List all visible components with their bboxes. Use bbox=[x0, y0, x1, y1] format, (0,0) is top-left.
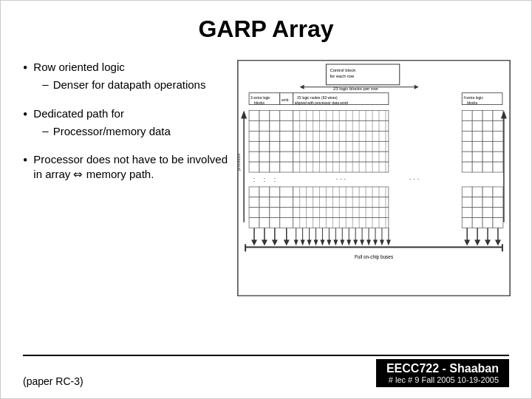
svg-rect-23 bbox=[293, 111, 389, 121]
paper-reference: (paper RC-3) bbox=[23, 375, 83, 387]
svg-text:Control block: Control block bbox=[330, 68, 355, 72]
svg-text:aligned with processor data wo: aligned with processor data word bbox=[295, 101, 349, 105]
svg-rect-22 bbox=[280, 111, 293, 121]
svg-rect-84 bbox=[462, 131, 472, 141]
svg-rect-87 bbox=[493, 131, 503, 141]
svg-rect-207 bbox=[493, 197, 503, 208]
sub-bullet-list-1: – Denser for datapath operations bbox=[42, 78, 205, 92]
sub-dash-2a: – bbox=[42, 124, 48, 137]
svg-rect-132 bbox=[482, 151, 493, 162]
svg-rect-231 bbox=[249, 218, 259, 228]
slide-footer: (paper RC-3) EECC722 - Shaaban # lec # 9… bbox=[23, 355, 509, 387]
svg-rect-251 bbox=[472, 218, 482, 228]
svg-rect-182 bbox=[472, 187, 482, 197]
svg-text:blocks: blocks bbox=[467, 101, 478, 105]
svg-rect-165 bbox=[280, 187, 293, 197]
svg-text:umb: umb bbox=[282, 98, 289, 102]
course-name: EECC722 - Shaaban bbox=[386, 362, 499, 375]
svg-rect-40 bbox=[482, 111, 493, 121]
course-info-box: EECC722 - Shaaban # lec # 9 Fall 2005 10… bbox=[376, 359, 509, 387]
svg-rect-68 bbox=[280, 131, 293, 141]
svg-rect-166 bbox=[293, 187, 389, 197]
svg-rect-112 bbox=[259, 151, 270, 162]
svg-rect-186 bbox=[259, 197, 270, 208]
bullet-dot-1: • bbox=[23, 61, 27, 76]
content-area: • Row oriented logic – Denser for datapa… bbox=[23, 56, 509, 349]
svg-rect-131 bbox=[472, 151, 482, 162]
svg-rect-252 bbox=[482, 218, 493, 228]
svg-text:. . .: . . . bbox=[409, 173, 420, 181]
bullet-dot-3: • bbox=[23, 153, 27, 168]
sub-bullet-2a: – Processor/memory data bbox=[42, 124, 171, 139]
bullet-text-1: Row oriented logic bbox=[33, 61, 124, 73]
svg-rect-156 bbox=[493, 162, 503, 172]
svg-rect-208 bbox=[249, 208, 259, 218]
svg-text:blocks: blocks bbox=[254, 101, 265, 105]
svg-rect-155 bbox=[482, 162, 493, 172]
svg-rect-67 bbox=[270, 131, 280, 141]
svg-rect-107 bbox=[462, 141, 472, 151]
svg-rect-204 bbox=[462, 197, 472, 208]
svg-rect-227 bbox=[462, 208, 472, 218]
svg-text:3 extra logic: 3 extra logic bbox=[250, 96, 270, 100]
svg-rect-232 bbox=[259, 218, 270, 228]
svg-rect-62 bbox=[472, 120, 482, 131]
svg-rect-85 bbox=[472, 131, 482, 141]
svg-rect-86 bbox=[482, 131, 493, 141]
svg-rect-45 bbox=[280, 120, 293, 131]
svg-rect-41 bbox=[493, 111, 503, 121]
svg-rect-136 bbox=[270, 162, 280, 172]
slide-title: GARP Array bbox=[23, 16, 509, 43]
svg-rect-164 bbox=[270, 187, 280, 197]
svg-rect-228 bbox=[472, 208, 482, 218]
svg-rect-108 bbox=[472, 141, 482, 151]
svg-rect-184 bbox=[493, 187, 503, 197]
svg-text::: : bbox=[273, 175, 276, 183]
svg-rect-234 bbox=[280, 218, 293, 228]
svg-rect-89 bbox=[259, 141, 270, 151]
svg-rect-44 bbox=[270, 120, 280, 131]
svg-rect-250 bbox=[462, 218, 472, 228]
svg-text:for each row: for each row bbox=[330, 74, 354, 78]
svg-rect-253 bbox=[493, 218, 503, 228]
svg-rect-185 bbox=[249, 197, 259, 208]
svg-rect-137 bbox=[280, 162, 293, 172]
svg-rect-20 bbox=[259, 111, 270, 121]
svg-rect-109 bbox=[482, 141, 493, 151]
svg-rect-205 bbox=[472, 197, 482, 208]
svg-rect-135 bbox=[259, 162, 270, 172]
svg-rect-111 bbox=[249, 151, 259, 162]
svg-rect-230 bbox=[493, 208, 503, 218]
sub-text-1a: Denser for datapath operations bbox=[53, 78, 206, 92]
sub-dash-1a: – bbox=[42, 78, 48, 90]
sub-text-2a: Processor/memory data bbox=[53, 124, 171, 139]
slide: GARP Array • Row oriented logic – Denser… bbox=[0, 0, 532, 399]
svg-rect-212 bbox=[293, 208, 389, 218]
svg-rect-229 bbox=[482, 208, 493, 218]
svg-rect-88 bbox=[249, 141, 259, 151]
svg-rect-42 bbox=[249, 120, 259, 131]
svg-rect-38 bbox=[462, 111, 472, 121]
svg-rect-64 bbox=[493, 120, 503, 131]
diagram-area: Control block for each row 23 logic bloc… bbox=[237, 56, 511, 349]
svg-rect-65 bbox=[249, 131, 259, 141]
svg-rect-113 bbox=[270, 151, 280, 162]
svg-rect-163 bbox=[259, 187, 270, 197]
svg-text:. . .: . . . bbox=[335, 173, 346, 181]
bullet-item-1: • Row oriented logic – Denser for datapa… bbox=[23, 60, 230, 96]
diagram-svg: Control block for each row 23 logic bloc… bbox=[238, 61, 510, 296]
svg-text:Full on-chip buses: Full on-chip buses bbox=[355, 254, 393, 260]
svg-rect-110 bbox=[493, 141, 503, 151]
svg-rect-189 bbox=[293, 197, 389, 208]
bullet-list: • Row oriented logic – Denser for datapa… bbox=[23, 56, 230, 349]
svg-rect-43 bbox=[259, 120, 270, 131]
svg-text:4 extra logic: 4 extra logic bbox=[463, 96, 483, 100]
svg-rect-46 bbox=[293, 120, 389, 131]
svg-rect-39 bbox=[472, 111, 482, 121]
bullet-dot-2: • bbox=[23, 107, 27, 123]
sub-bullet-list-2: – Processor/memory data bbox=[42, 124, 171, 139]
bullet-text-3: Processor does not have to be involved i… bbox=[33, 153, 228, 180]
svg-rect-235 bbox=[293, 218, 389, 228]
svg-rect-154 bbox=[472, 162, 482, 172]
svg-text::: : bbox=[264, 175, 266, 183]
